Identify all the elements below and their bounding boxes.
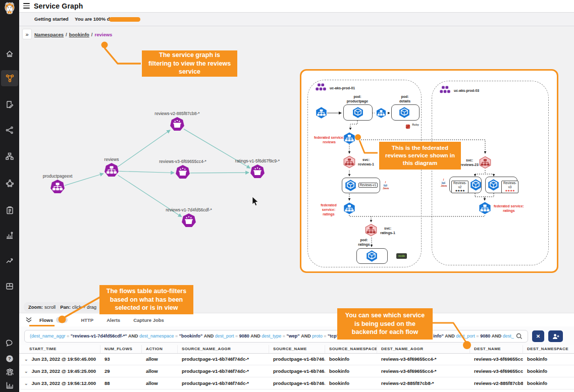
policy-edit-icon [6,100,14,108]
sidebar-item-chat[interactable] [0,335,19,350]
federated-ratings-label: federated service: ratings [494,204,524,213]
tab-http[interactable]: HTTP [81,317,93,323]
svc-reviews-1-icon [343,155,356,171]
row-expand-chevron[interactable]: ⌄ [24,357,28,362]
sidebar: ? [0,0,19,392]
chevron-down-icon[interactable]: ⌄ [63,15,67,21]
sidebar-item-endpoints[interactable] [0,149,19,164]
replicaset-node-icon [170,117,185,132]
sidebar-item-service-graph[interactable] [1,70,18,86]
sidebar-item-metrics[interactable] [0,377,19,392]
graph-node-ratings-v1[interactable]: ratings-v1-5f6d67f9c9-* [230,158,285,179]
table-cell: productpage-v1-6b746f74dc-* [178,356,269,362]
sidebar-item-archives[interactable] [0,278,19,294]
service-icon [376,107,387,121]
col-source-namespace: SOURCE_NAMESPACE [325,344,377,353]
table-cell: bookinfo [523,356,574,362]
pod-icon [352,106,364,121]
java-label: Java [381,187,391,190]
table-cell: reviews-v3-6f69655cc4-* [377,356,470,362]
tab-flows[interactable]: Flows20 [39,317,68,323]
graph-node-reviews-v2[interactable]: reviews-v2-885f87cb8-* [149,111,205,132]
service-graph-icon [6,74,14,83]
menu-icon[interactable] [23,3,30,9]
pod-icon [344,179,357,194]
graph-node-label: reviews-v1-7d4fd56cdf-* [161,207,217,212]
row-expand-chevron[interactable]: ⌄ [24,381,28,386]
cluster-icon [440,85,453,97]
svc-reviews-23-label: svc: reviews-23 [459,158,480,167]
graph-node-productpageext[interactable]: productpageext [30,174,85,194]
tigera-logo[interactable] [0,1,19,15]
row-expand-chevron[interactable]: ⌄ [24,369,28,374]
nodejs-badge: node [396,253,407,259]
breadcrumb-bookinfo[interactable]: bookinfo [69,32,89,37]
svc-reviews-1-label: svc: reviews-1 [357,158,375,167]
expand-panel-button[interactable]: » [22,29,32,39]
col-source-name: SOURCE_NAME [269,344,325,353]
col-source-name-aggr: SOURCE_NAME_AGGR [178,344,269,353]
table-row[interactable]: ⌄Jun 23, 2022 @ 19:45:25.00029allowprodu… [19,365,574,377]
svc-ratings-1-icon [364,223,378,239]
service-node-icon [104,162,119,178]
graph-node-label: reviews-v3-6f69655cc4-* [155,159,211,164]
sidebar-item-network[interactable] [0,123,19,138]
sidebar-item-dashboards[interactable] [0,228,19,243]
progress-bar [109,17,140,22]
table-cell: reviews-v3-6f69655cc… [470,368,523,374]
table-cell: 88 [100,380,142,386]
graph-node-reviews-v3[interactable]: reviews-v3-6f69655cc4-* [155,159,211,180]
cluster-name: uc-aks-prod-01 [330,86,360,91]
graph-node-reviews-v1[interactable]: reviews-v1-7d4fd56cdf-* [161,207,217,228]
table-cell: bookinfo [523,368,574,374]
cluster-uc-aks-prod-03 [432,81,549,265]
pod-productpage-label: pod: productpage [342,95,373,104]
callout-backend-service: You can see which service is being used … [337,308,433,340]
table-row[interactable]: ⌄Jun 23, 2022 @ 19:56:12.00088allowprodu… [19,377,574,389]
cluster-icon [6,179,14,187]
sidebar-item-policies[interactable] [0,97,19,112]
flow-filter-input[interactable]: (dest_name_aggr = "reviews-v1-7d4fd56cdf… [24,330,528,343]
graph-node-label: productpageext [30,174,85,179]
table-row[interactable]: ⌄Jun 23, 2022 @ 19:50:45.00072allowprodu… [19,389,574,392]
clear-filter-button[interactable]: ✕ [532,330,544,342]
search-icon [516,333,523,340]
table-cell: allow [142,368,178,374]
sidebar-item-compliance[interactable] [0,203,19,218]
col-num-flows: NUM_FLOWS [100,344,142,353]
sidebar-item-trends[interactable] [0,253,19,268]
graph-node-reviews[interactable]: reviews [84,157,139,178]
table-cell: reviews-v2-885f87cb8-* [377,380,470,386]
pod-details-label: pod: details [390,95,420,104]
sidebar-item-clusters[interactable] [0,176,19,191]
table-cell: reviews-v2-885f87cb8… [470,380,523,386]
col-dest-name: DEST_NAME [470,344,523,353]
table-cell: allow [142,380,178,386]
cluster-name: uc-aks-prod-03 [454,89,484,93]
flows-count-badge: 20 [56,317,68,323]
cell-start-time: Jun 23, 2022 @ 19:45:25.000 [32,368,96,374]
user-filter-button[interactable] [548,330,563,342]
graph-node-label: reviews [84,157,139,162]
reviews-v3-label: Reviews-v3★★★★ [501,181,518,193]
collapse-panel-icon[interactable] [25,317,32,323]
breadcrumb-reviews: reviews [95,32,113,37]
person-add-icon [552,333,559,340]
table-cell: productpage-v1-6b746f74dc-* [178,380,269,386]
chart-coins-icon [6,232,14,240]
sidebar-item-home[interactable] [0,46,19,62]
flows-table-header: START_TIME NUM_FLOWS ACTION SOURCE_NAME_… [19,344,574,354]
service-icon [315,106,328,121]
bar-chart-icon [6,381,14,389]
clipboard-icon [6,206,14,214]
graph-node-label: ratings-v1-5f6d67f9c9-* [230,158,285,163]
tab-alerts[interactable]: Alerts [107,317,120,323]
sitemap-icon [6,152,14,160]
col-dest-namespace: DEST_NAMESPACE [523,344,574,353]
table-row[interactable]: ⌄Jun 23, 2022 @ 19:50:45.00093allowprodu… [19,353,574,365]
breadcrumb-namespaces[interactable]: Namespaces [34,32,64,37]
tab-capture-jobs[interactable]: Capture Jobs [133,317,164,323]
federated-reviews-service-icon[interactable] [343,132,356,147]
architecture-diagram-overlay: uc-aks-prod-01 pod: productpage pod: det… [300,69,558,273]
federated-reviews-label: federated service: reviews [314,135,345,144]
